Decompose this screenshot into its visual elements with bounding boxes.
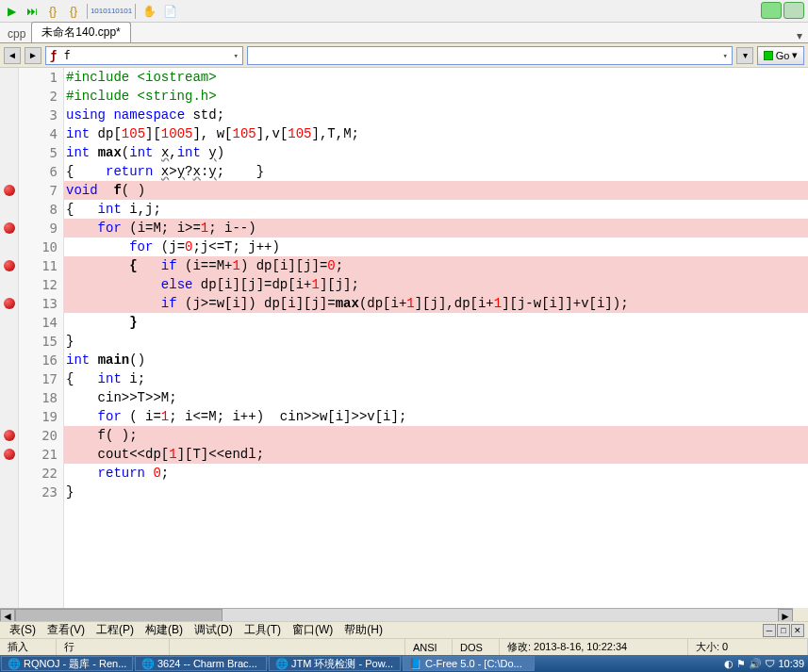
breakpoint-marker[interactable] [4, 260, 15, 271]
braces-icon[interactable]: {} [45, 4, 60, 19]
step-icon[interactable]: ⏭ [25, 4, 40, 19]
code-line[interactable]: } [64, 332, 808, 351]
line-number: 23 [19, 483, 58, 501]
menu-item[interactable]: 工具(T) [240, 622, 285, 638]
taskbar-button[interactable]: 📘C-Free 5.0 - [C:\Do... [403, 656, 535, 671]
code-line[interactable]: int main() [64, 351, 808, 369]
minimize-button[interactable]: ─ [763, 624, 776, 637]
code-line[interactable]: cin>>T>>M; [64, 388, 808, 407]
code-line[interactable]: for (j=0;j<=T; j++) [64, 238, 808, 256]
restore-button[interactable]: □ [777, 624, 790, 637]
braces2-icon[interactable]: {} [66, 4, 81, 19]
code-area[interactable]: #include <iostream>#include <string.h>us… [64, 68, 808, 608]
breakpoint-marker[interactable] [4, 298, 15, 309]
menu-item[interactable]: 查看(V) [43, 622, 89, 638]
green-badge2-icon[interactable] [783, 2, 804, 19]
go-dropdown-icon[interactable]: ▾ [792, 49, 798, 61]
file-tabbar: cpp 未命名140.cpp* ▾ [0, 23, 808, 43]
code-line[interactable]: for (i=M; i>=1; i--) [64, 219, 808, 238]
code-line[interactable]: else dp[i][j]=dp[i+1][j]; [64, 275, 808, 294]
taskbar-app-icon: 📘 [409, 658, 422, 670]
menu-item[interactable]: 帮助(H) [340, 622, 387, 638]
code-line[interactable]: return 0; [64, 464, 808, 483]
line-number: 3 [19, 106, 58, 124]
system-tray[interactable]: ◐ ⚑ 🔊 🛡 10:39 [720, 658, 808, 670]
breakpoint-gutter[interactable] [0, 68, 19, 608]
file-tab-label: 未命名140.cpp* [41, 25, 120, 39]
line-number: 11 [19, 256, 58, 275]
code-line[interactable]: if (j>=w[i]) dp[i][j]=max(dp[i+1][j],dp[… [64, 294, 808, 313]
code-line[interactable]: int max(int x,int y) [64, 143, 808, 162]
binary-icon[interactable]: 10101 [93, 4, 108, 19]
code-line[interactable]: { return x>y?x:y; } [64, 162, 808, 181]
scope-combo[interactable] [247, 46, 733, 65]
tray-icon[interactable]: 🛡 [765, 658, 775, 669]
taskbar-app-label: JTM 环境检测 - Pow... [291, 657, 393, 671]
windows-taskbar: 🌐RQNOJ - 题库 - Ren...🌐3624 -- Charm Brac.… [0, 655, 808, 672]
code-line[interactable]: #include <iostream> [64, 68, 808, 87]
code-line[interactable]: { int i; [64, 369, 808, 388]
status-col [170, 639, 405, 655]
code-line[interactable]: } [64, 313, 808, 332]
line-number: 2 [19, 87, 58, 106]
menu-item[interactable]: 窗口(W) [289, 622, 337, 638]
tab-dropdown-icon[interactable]: ▾ [797, 29, 802, 42]
menu-item[interactable]: 表(S) [6, 622, 40, 638]
code-editor: 1234567891011121314151617181920212223 #i… [0, 68, 808, 608]
menu-item[interactable]: 调试(D) [190, 622, 237, 638]
nav-back-button[interactable]: ◄ [4, 47, 21, 64]
func-combo-text: f [63, 49, 70, 62]
code-line[interactable]: cout<<dp[1][T]<<endl; [64, 445, 808, 464]
tray-icon[interactable]: ⚑ [736, 658, 746, 670]
code-line[interactable]: #include <string.h> [64, 87, 808, 106]
breakpoint-marker[interactable] [4, 222, 15, 234]
line-number: 9 [19, 219, 58, 238]
code-line[interactable]: } [64, 483, 808, 501]
close-button[interactable]: ✕ [791, 624, 804, 637]
tray-icon[interactable]: ◐ [724, 658, 734, 670]
breakpoint-marker[interactable] [4, 449, 15, 460]
taskbar-button[interactable]: 🌐JTM 环境检测 - Pow... [269, 656, 401, 671]
code-line[interactable]: { if (i==M+1) dp[i][j]=0; [64, 256, 808, 275]
status-encoding: ANSI [405, 639, 453, 655]
line-number: 4 [19, 124, 58, 143]
code-line[interactable]: int dp[105][1005], w[105],v[105],T,M; [64, 124, 808, 143]
taskbar-button[interactable]: 🌐3624 -- Charm Brac... [135, 656, 267, 671]
line-number: 8 [19, 200, 58, 219]
tray-icon[interactable]: 🔊 [749, 658, 762, 670]
status-modified: 修改: 2013-8-16, 10:22:34 [500, 639, 688, 655]
line-number: 20 [19, 426, 58, 445]
taskbar-app-label: C-Free 5.0 - [C:\Do... [425, 658, 522, 669]
code-line[interactable]: { int i,j; [64, 200, 808, 219]
line-number: 19 [19, 407, 58, 426]
play-icon[interactable]: ▶ [4, 4, 19, 19]
nav-row: ◄ ► ƒ f ▾ Go ▾ [0, 43, 808, 68]
line-number: 15 [19, 332, 58, 351]
go-button[interactable]: Go ▾ [757, 46, 804, 65]
menu-item[interactable]: 构建(B) [141, 622, 187, 638]
breakpoint-marker[interactable] [4, 185, 15, 196]
menu-item[interactable]: 工程(P) [92, 622, 138, 638]
code-line[interactable]: for ( i=1; i<=M; i++) cin>>w[i]>>v[i]; [64, 407, 808, 426]
hand-icon[interactable]: ✋ [141, 4, 157, 19]
code-line[interactable]: f( ); [64, 426, 808, 445]
symbol-combo[interactable]: ƒ f [45, 46, 243, 65]
status-insert: 插入 [0, 639, 57, 655]
file-tab[interactable]: 未命名140.cpp* [31, 22, 130, 42]
status-bar: 插入 行 ANSI DOS 修改: 2013-8-16, 10:22:34 大小… [0, 638, 808, 655]
note-icon[interactable]: 📄 [162, 4, 177, 19]
line-number: 13 [19, 294, 58, 313]
nav-fwd-button[interactable]: ► [25, 47, 41, 64]
code-line[interactable]: using namespace std; [64, 106, 808, 124]
nav-dropdown-button[interactable]: ▾ [736, 47, 753, 64]
tab-prefix: cpp [2, 25, 31, 42]
line-number: 7 [19, 181, 58, 200]
tray-clock[interactable]: 10:39 [778, 658, 804, 669]
binary2-icon[interactable]: 10101 [114, 4, 129, 19]
green-badge-icon[interactable] [761, 2, 782, 19]
line-number: 12 [19, 275, 58, 294]
taskbar-button[interactable]: 🌐RQNOJ - 题库 - Ren... [1, 656, 133, 671]
breakpoint-marker[interactable] [4, 430, 15, 441]
code-line[interactable]: void f( ) [64, 181, 808, 200]
top-toolbar: ▶ ⏭ {} {} 10101 10101 ✋ 📄 [0, 0, 808, 23]
